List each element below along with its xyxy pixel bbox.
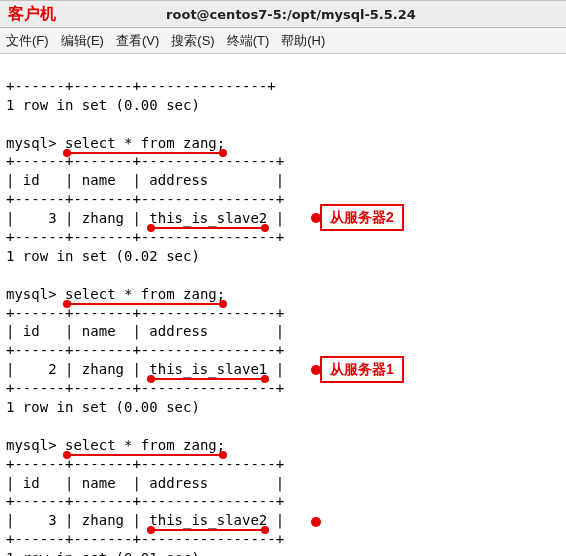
mysql-prompt: mysql> (6, 437, 65, 453)
menu-file[interactable]: 文件(F) (6, 32, 49, 50)
row-separator: +------+-------+----------------+ (6, 380, 284, 396)
row-separator: +------+-------+---------------+ (6, 78, 276, 94)
callout-pointer (311, 517, 321, 527)
row-separator: +------+-------+----------------+ (6, 531, 284, 547)
sql-query: select * from zang; (65, 286, 225, 305)
row-end: | (267, 512, 284, 528)
result-line: 1 row in set (0.02 sec) (6, 248, 200, 264)
address-cell: this_is_slave2 (149, 210, 267, 229)
table-row: | 2 | zhang | (6, 361, 149, 377)
window-titlebar: 客户机 root@centos7-5:/opt/mysql-5.5.24 (0, 0, 566, 28)
menu-help[interactable]: 帮助(H) (281, 32, 325, 50)
menu-terminal[interactable]: 终端(T) (227, 32, 270, 50)
sql-query: select * from zang; (65, 437, 225, 456)
result-line: 1 row in set (0.01 sec) (6, 550, 200, 556)
address-cell: this_is_slave1 (149, 361, 267, 380)
menubar: 文件(F) 编辑(E) 查看(V) 搜索(S) 终端(T) 帮助(H) (0, 28, 566, 54)
table-row: | 3 | zhang | (6, 210, 149, 226)
callout-pointer (311, 365, 321, 375)
row-separator: +------+-------+----------------+ (6, 456, 284, 472)
callout-slave2: 从服务器2 (320, 204, 404, 231)
window-title: root@centos7-5:/opt/mysql-5.5.24 (24, 7, 558, 22)
row-end: | (267, 361, 284, 377)
menu-search[interactable]: 搜索(S) (171, 32, 214, 50)
terminal-output[interactable]: +------+-------+---------------+ 1 row i… (0, 54, 566, 556)
row-separator: +------+-------+----------------+ (6, 305, 284, 321)
row-separator: +------+-------+----------------+ (6, 191, 284, 207)
row-separator: +------+-------+----------------+ (6, 229, 284, 245)
row-end: | (267, 210, 284, 226)
table-row: | 3 | zhang | (6, 512, 149, 528)
address-cell: this_is_slave2 (149, 512, 267, 531)
mysql-prompt: mysql> (6, 135, 65, 151)
result-line: 1 row in set (0.00 sec) (6, 399, 200, 415)
table-header: | id | name | address | (6, 475, 284, 491)
callout-pointer (311, 213, 321, 223)
callout-slave1: 从服务器1 (320, 356, 404, 383)
mysql-prompt: mysql> (6, 286, 65, 302)
menu-view[interactable]: 查看(V) (116, 32, 159, 50)
row-separator: +------+-------+----------------+ (6, 493, 284, 509)
result-line: 1 row in set (0.00 sec) (6, 97, 200, 113)
row-separator: +------+-------+----------------+ (6, 342, 284, 358)
menu-edit[interactable]: 编辑(E) (61, 32, 104, 50)
table-header: | id | name | address | (6, 172, 284, 188)
table-header: | id | name | address | (6, 323, 284, 339)
row-separator: +------+-------+----------------+ (6, 153, 284, 169)
sql-query: select * from zang; (65, 135, 225, 154)
